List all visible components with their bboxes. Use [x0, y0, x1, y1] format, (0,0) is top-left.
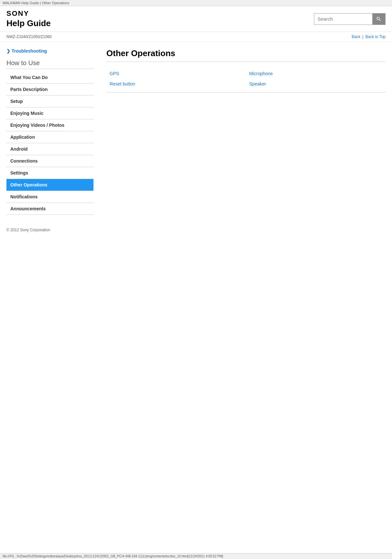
- sidebar-item-notifications: Notifications: [6, 191, 93, 203]
- sidebar-item-settings: Settings: [6, 167, 93, 179]
- sidebar-item-connections: Connections: [6, 155, 93, 167]
- sidebar: ❯ Troubleshooting How to Use What You Ca…: [6, 48, 100, 215]
- sidebar-link-android[interactable]: Android: [6, 143, 93, 155]
- back-link[interactable]: Back: [352, 35, 360, 39]
- content-link-speaker[interactable]: Speaker: [249, 81, 266, 86]
- troubleshooting-label: Troubleshooting: [12, 48, 47, 54]
- sidebar-link-enjoying-videos-photos[interactable]: Enjoying Videos / Photos: [6, 119, 93, 131]
- browser-title-text: WALKMAN Help Guide | Other Operations: [3, 1, 69, 5]
- sidebar-link-connections[interactable]: Connections: [6, 155, 93, 167]
- model-number: NWZ-Z1040/Z1050/Z1060: [6, 35, 52, 39]
- sidebar-link-what-you-can-do[interactable]: What You Can Do: [6, 72, 93, 83]
- copyright: © 2012 Sony Corporation: [6, 228, 50, 232]
- sony-logo: SONY: [6, 9, 51, 18]
- content-link-reset-button[interactable]: Reset button: [110, 81, 135, 86]
- search-input[interactable]: [314, 15, 372, 23]
- content-link-item-reset-button: Reset button: [106, 79, 246, 89]
- sidebar-link-notifications[interactable]: Notifications: [6, 191, 93, 203]
- sidebar-link-parts-description[interactable]: Parts Description: [6, 84, 93, 95]
- sidebar-item-other-operations: Other Operations: [6, 179, 93, 191]
- sidebar-link-settings[interactable]: Settings: [6, 167, 93, 179]
- sub-header: NWZ-Z1040/Z1050/Z1060 Back | Back to Top: [0, 32, 392, 42]
- sidebar-item-enjoying-music: Enjoying Music: [6, 107, 93, 119]
- footer: © 2012 Sony Corporation: [0, 221, 392, 235]
- sidebar-item-application: Application: [6, 131, 93, 143]
- sidebar-item-enjoying-videos-photos: Enjoying Videos / Photos: [6, 119, 93, 131]
- content-area: Other Operations GPSMicrophoneReset butt…: [100, 48, 386, 215]
- content-title: Other Operations: [106, 48, 386, 62]
- sidebar-link-application[interactable]: Application: [6, 131, 93, 143]
- search-button[interactable]: [372, 13, 385, 25]
- browser-title-bar: WALKMAN Help Guide | Other Operations: [0, 0, 392, 6]
- search-container: [314, 13, 386, 25]
- sidebar-link-setup[interactable]: Setup: [6, 95, 93, 107]
- main-container: ❯ Troubleshooting How to Use What You Ca…: [0, 42, 392, 221]
- help-guide-title: Help Guide: [6, 18, 51, 28]
- back-to-top-link[interactable]: Back to Top: [366, 35, 386, 39]
- sidebar-troubleshooting[interactable]: ❯ Troubleshooting: [6, 48, 93, 54]
- sidebar-item-android: Android: [6, 143, 93, 155]
- sidebar-nav: What You Can DoParts DescriptionSetupEnj…: [6, 72, 93, 215]
- header: SONY Help Guide: [0, 6, 392, 32]
- content-link-item-speaker: Speaker: [246, 79, 386, 89]
- sidebar-section-title: How to Use: [6, 59, 93, 69]
- content-link-item-gps: GPS: [106, 68, 246, 79]
- sub-header-links: Back | Back to Top: [352, 35, 386, 39]
- content-link-item-microphone: Microphone: [246, 68, 386, 79]
- sidebar-link-announcements[interactable]: Announcements: [6, 203, 93, 215]
- sidebar-link-enjoying-music[interactable]: Enjoying Music: [6, 107, 93, 119]
- sidebar-item-announcements: Announcements: [6, 203, 93, 215]
- sidebar-item-setup: Setup: [6, 95, 93, 107]
- content-links-grid: GPSMicrophoneReset buttonSpeaker: [106, 68, 386, 93]
- sidebar-item-what-you-can-do: What You Can Do: [6, 72, 93, 84]
- sidebar-item-parts-description: Parts Description: [6, 84, 93, 95]
- separator: |: [362, 35, 364, 39]
- header-left: SONY Help Guide: [6, 9, 51, 28]
- search-icon: [376, 16, 382, 22]
- chevron-right-icon: ❯: [6, 48, 10, 54]
- sidebar-link-other-operations[interactable]: Other Operations: [6, 179, 93, 191]
- content-link-microphone[interactable]: Microphone: [249, 71, 273, 76]
- content-link-gps[interactable]: GPS: [110, 71, 119, 76]
